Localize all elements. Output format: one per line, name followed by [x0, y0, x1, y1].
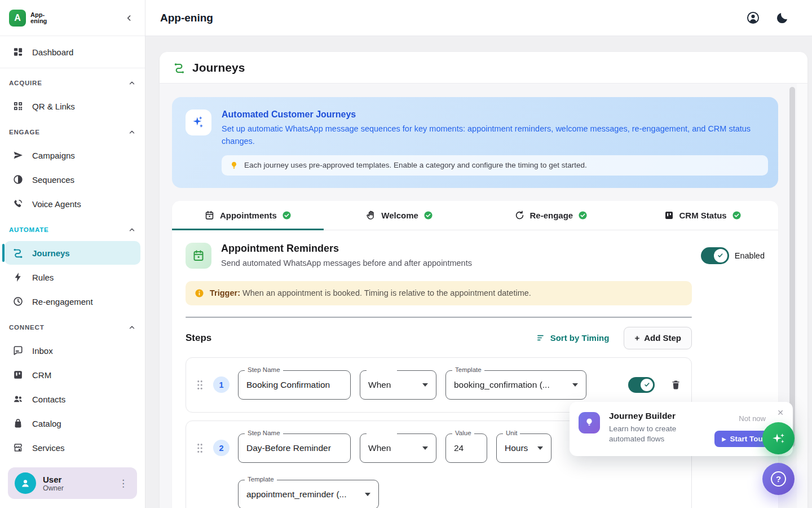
field-label: Template — [452, 366, 484, 373]
when-value: When — [368, 380, 391, 390]
tab-re-engage[interactable]: Re-engage — [475, 201, 627, 230]
when-select[interactable]: When — [360, 433, 436, 463]
sidebar-item-contacts[interactable]: Contacts — [5, 387, 140, 411]
journey-icon — [173, 62, 186, 74]
tab-label: Welcome — [381, 211, 418, 220]
sidebar-item-rules[interactable]: Rules — [5, 265, 140, 289]
toast-description: Learn how to create automated flows — [609, 424, 696, 444]
sidebar-item-journeys[interactable]: Journeys — [5, 241, 140, 265]
chevron-down-icon — [365, 493, 370, 496]
sort-button-label: Sort by Timing — [550, 333, 610, 343]
trigger-description: When an appointment is booked. Timing is… — [242, 288, 531, 297]
journey-enabled-toggle[interactable] — [701, 247, 729, 264]
page-title: Journeys — [192, 61, 245, 75]
user-menu-button[interactable]: ⋮ — [116, 475, 130, 492]
value-input[interactable] — [454, 443, 479, 453]
sidebar-item-re-engagement[interactable]: Re-engagement — [5, 290, 140, 313]
value-field[interactable]: Value — [445, 433, 487, 463]
app-title: App-ening — [160, 12, 213, 24]
sidebar-footer: User Owner ⋮ — [0, 461, 145, 508]
template-select[interactable]: Template appointment_reminder (... — [238, 480, 379, 508]
tab-welcome[interactable]: Welcome — [324, 201, 475, 230]
user-name: User — [43, 475, 64, 484]
drag-handle-icon[interactable] — [196, 379, 204, 391]
appointments-section: Appointment Reminders Send automated Wha… — [172, 230, 778, 508]
field-label: Template — [245, 476, 277, 483]
unit-select[interactable]: Unit Hours — [496, 433, 551, 463]
field-label: Step Name — [245, 430, 283, 436]
step-enabled-toggle[interactable] — [628, 377, 655, 393]
sidebar-item-sequences[interactable]: Sequences — [5, 168, 140, 191]
not-now-button[interactable]: Not now — [739, 414, 766, 423]
section-label: AUTOMATE — [9, 226, 49, 233]
sidebar-section-automate[interactable]: AUTOMATE — [0, 219, 145, 240]
sort-by-timing-button[interactable]: Sort by Timing — [536, 333, 610, 343]
kanban-icon — [12, 369, 24, 380]
sidebar-item-inbox[interactable]: Inbox — [5, 339, 140, 362]
template-value: booking_confirmation (... — [454, 380, 550, 390]
sidebar-item-label: CRM — [32, 370, 51, 380]
top-bar-actions — [746, 11, 789, 25]
sidebar-item-crm[interactable]: CRM — [5, 363, 140, 387]
sidebar-collapse-button[interactable] — [122, 11, 136, 25]
help-fab[interactable]: ? — [762, 463, 795, 495]
sparkles-icon — [771, 431, 787, 446]
close-icon[interactable]: ✕ — [777, 409, 784, 417]
delete-step-icon[interactable] — [670, 379, 681, 391]
step-fields: Step Name When Template booking_confirma… — [238, 370, 586, 400]
step-actions — [628, 370, 681, 400]
lightbulb-icon — [230, 161, 239, 170]
dark-mode-icon[interactable] — [775, 11, 789, 25]
sidebar-item-label: Inbox — [32, 346, 53, 356]
scrollbar-track — [797, 84, 807, 508]
user-card[interactable]: User Owner ⋮ — [8, 467, 137, 499]
sidebar-section-engage[interactable]: ENGAGE — [0, 121, 145, 143]
clock-icon — [12, 296, 24, 307]
step-name-input[interactable] — [246, 443, 342, 453]
step-name-field[interactable]: Step Name — [238, 370, 351, 400]
template-select[interactable]: Template booking_confirmation (... — [445, 370, 586, 400]
sidebar-section-connect[interactable]: CONNECT — [0, 317, 145, 338]
tab-appointments[interactable]: Appointments — [172, 201, 324, 230]
banner-tip-text: Each journey uses pre-approved templates… — [244, 161, 587, 169]
check-icon — [717, 252, 724, 259]
ai-assistant-fab[interactable] — [762, 422, 795, 454]
kanban-icon — [664, 210, 674, 221]
sparkles-icon-tile — [186, 110, 211, 135]
step-number-badge: 2 — [213, 440, 230, 456]
sequence-icon — [12, 174, 24, 185]
sidebar-item-services[interactable]: Services — [5, 436, 140, 459]
trigger-banner: Trigger: When an appointment is booked. … — [186, 281, 692, 305]
step-name-input[interactable] — [246, 380, 342, 390]
steps-toolbar: Steps Sort by Timing + Add Step — [186, 327, 692, 349]
section-subtitle: Send automated WhatsApp messages before … — [221, 259, 472, 268]
sidebar-item-catalog[interactable]: Catalog — [5, 411, 140, 435]
sidebar-item-dashboard[interactable]: Dashboard — [5, 40, 140, 64]
tab-label: Re-engage — [530, 211, 573, 220]
banner-tip: Each journey uses pre-approved templates… — [222, 155, 768, 176]
brand-name: App- ening — [30, 12, 47, 24]
add-step-button[interactable]: + Add Step — [624, 327, 692, 349]
scrollbar-thumb[interactable] — [789, 87, 795, 447]
sidebar-item-qr-links[interactable]: QR & Links — [5, 94, 140, 118]
check-badge-icon — [423, 211, 433, 220]
sidebar-item-campaigns[interactable]: Campaigns — [5, 143, 140, 167]
chevron-down-icon — [422, 446, 428, 450]
tab-crm-status[interactable]: CRM Status — [626, 201, 778, 230]
when-select[interactable]: When — [360, 370, 436, 400]
sidebar-item-label: Journeys — [32, 248, 70, 258]
journey-builder-toast: Journey Builder Learn how to create auto… — [570, 402, 793, 456]
section-label: ENGAGE — [9, 129, 40, 135]
chevron-up-icon — [128, 128, 136, 136]
step-name-field[interactable]: Step Name — [238, 433, 351, 463]
account-icon[interactable] — [746, 11, 760, 25]
sidebar-item-label: Campaigns — [32, 151, 75, 160]
drag-handle-icon[interactable] — [196, 443, 204, 454]
sidebar-item-appointments[interactable]: Appointments — [5, 460, 140, 461]
field-label: Unit — [503, 430, 520, 436]
chevron-up-icon — [128, 79, 136, 87]
sidebar-item-voice-agents[interactable]: Voice Agents — [5, 192, 140, 216]
chevron-down-icon — [537, 446, 543, 450]
sidebar-section-acquire[interactable]: ACQUIRE — [0, 72, 145, 94]
step-fields-row: Step Name When Value — [238, 433, 551, 463]
